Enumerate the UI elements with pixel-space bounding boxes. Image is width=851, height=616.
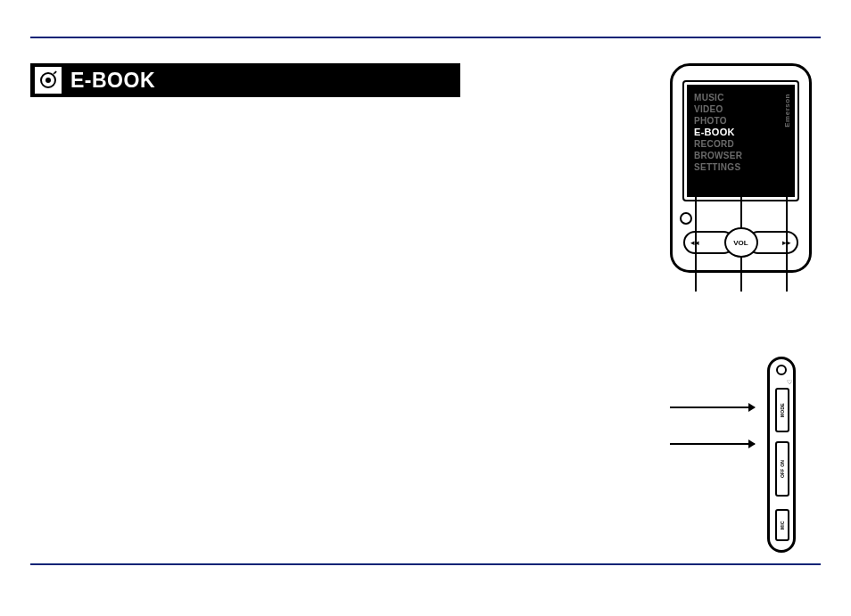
volume-label: VOL: [733, 239, 748, 247]
svg-point-1: [45, 78, 51, 83]
side-cap-icon: [776, 365, 787, 375]
menu-item-photo: PHOTO: [694, 115, 789, 127]
device-brand-label: Emerson: [783, 94, 791, 127]
ebook-icon: [35, 67, 62, 94]
arrow-mode-slot: [670, 407, 755, 408]
menu-item-video: VIDEO: [694, 103, 789, 115]
menu-item-record: RECORD: [694, 138, 789, 150]
menu-item-browser: BROWSER: [694, 150, 789, 161]
menu-item-music: MUSIC: [694, 92, 789, 103]
top-rule: [30, 37, 821, 38]
bottom-rule: [30, 563, 821, 565]
device-front-illustration: MUSIC VIDEO PHOTO E-BOOK RECORD BROWSER …: [670, 63, 812, 273]
heart-icon: ♡: [787, 379, 792, 386]
arrow-power-switch: [670, 443, 755, 445]
device-controls-row: ◂◂ VOL ▸▸: [687, 228, 795, 257]
callout-line-next: [786, 189, 788, 292]
section-title-bar: E-BOOK: [30, 63, 460, 97]
headphone-icon: [680, 212, 692, 225]
callout-line-prev: [695, 189, 697, 292]
main-menu-list: MUSIC VIDEO PHOTO E-BOOK RECORD BROWSER …: [694, 92, 789, 173]
volume-button: VOL: [724, 227, 758, 258]
device-side-illustration: ♡ MODE OFF ON MIC: [767, 357, 796, 553]
section-title: E-BOOK: [70, 69, 155, 93]
device-screen: MUSIC VIDEO PHOTO E-BOOK RECORD BROWSER …: [682, 80, 799, 201]
mic-label: MIC: [775, 509, 789, 541]
mode-slot: MODE: [775, 388, 789, 432]
menu-item-ebook: E-BOOK: [694, 127, 789, 138]
device-screen-content: MUSIC VIDEO PHOTO E-BOOK RECORD BROWSER …: [687, 85, 795, 197]
power-switch: OFF ON: [775, 441, 789, 497]
menu-item-settings: SETTINGS: [694, 161, 789, 173]
